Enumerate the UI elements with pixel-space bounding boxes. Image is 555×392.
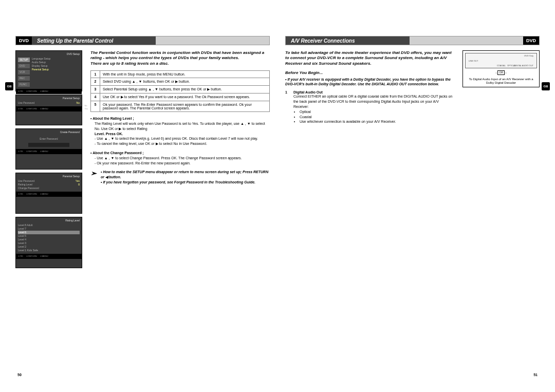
screenshot-rating-level: Rating Level Level 8 Adult Level 7 Level…	[15, 217, 82, 268]
gb-tab-right: GB	[542, 82, 550, 90]
header-title-left: Setting Up the Parental Control	[32, 36, 156, 45]
screenshot-parental-setup-1: Parental Setup Use Password No No Yes ⊙ …	[15, 95, 82, 125]
header-badge-dvd: DVD	[16, 36, 32, 45]
dolby-bullet: • If your A/V receiver is equipped with …	[285, 77, 454, 86]
diagram-back-panel: DVD Only LINE OUT DIGITAL AUDIO OUT COAX…	[465, 53, 537, 68]
gb-tab-left: GB	[5, 82, 13, 90]
note-arrow-icon: ➣	[90, 170, 97, 177]
page-left: GB DVD Setting Up the Parental Control D…	[15, 10, 270, 382]
header-bar-left: DVD Setting Up the Parental Control	[15, 36, 270, 45]
screenshot-create-password: Create Password Enter Password ⊙ OK ⊙ RE…	[15, 128, 82, 170]
connection-diagram: DVD Only LINE OUT DIGITAL AUDIO OUT COAX…	[462, 50, 540, 124]
before-you-begin: Before You Begin...	[285, 70, 454, 75]
about-rating-block: • About the Rating Level ; The Rating Le…	[90, 116, 270, 146]
header-spacer-right	[410, 36, 523, 45]
diagram-or-label: OR	[497, 70, 505, 75]
right-text-column: To take full advantage of the movie thea…	[285, 50, 454, 124]
note-block: ➣ • How to make the SETUP menu disappear…	[90, 170, 270, 184]
sh1-title: DVD Setup	[18, 52, 80, 56]
steps-table: 1With the unit in Stop mode, press the M…	[90, 70, 270, 112]
diagram-caption: To Digital Audio Input of an A/V Receive…	[465, 78, 537, 85]
page-number-left: 50	[17, 373, 22, 377]
intro-text-right: To take full advantage of the movie thea…	[285, 50, 454, 66]
section-1-body: Connect EITHER an optical cable OR a dig…	[293, 94, 454, 124]
intro-text-left: The Parental Control function works in c…	[90, 50, 270, 66]
page-number-right: 51	[533, 373, 538, 377]
section-1-header: 1 Digital Audio Out	[285, 90, 454, 94]
left-body-column: The Parental Control function works in c…	[90, 50, 270, 268]
header-badge-dvd-right: DVD	[523, 36, 539, 45]
screenshot-dvd-setup: DVD Setup SETUP DVD VCR REC FUNC Languag…	[15, 50, 82, 91]
header-title-right: A/V Receiver Connections	[286, 36, 410, 45]
screenshots-column: DVD Setup SETUP DVD VCR REC FUNC Languag…	[15, 50, 82, 268]
header-spacer-left	[156, 36, 269, 45]
header-bar-right: A/V Receiver Connections DVD	[285, 36, 540, 45]
screenshot-parental-setup-2: Parental Setup Use PasswordYes Rating Le…	[15, 173, 82, 214]
about-change-password-block: • About the Change Password ; - Use ▲ , …	[90, 151, 270, 165]
page-right: GB A/V Receiver Connections DVD To take …	[285, 10, 540, 382]
